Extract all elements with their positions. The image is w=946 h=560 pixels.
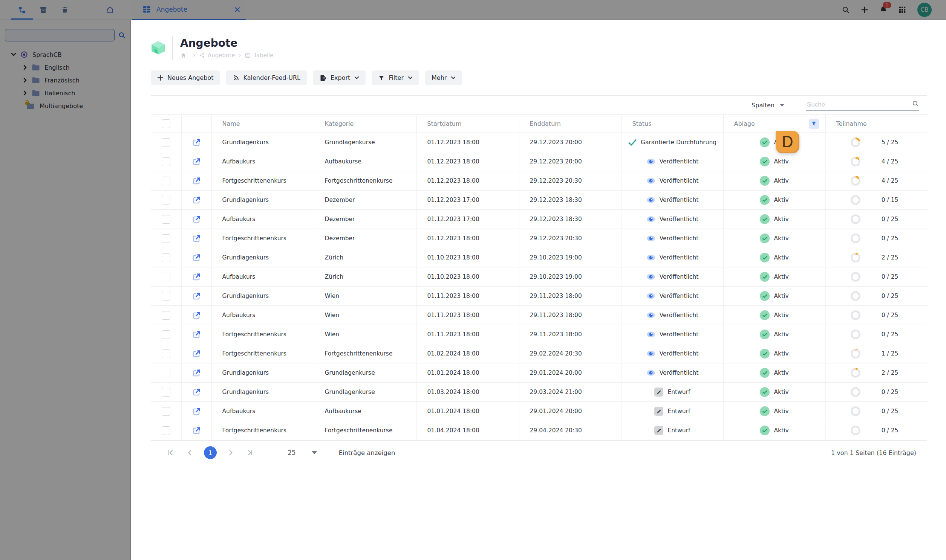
export-button[interactable]: Export	[313, 71, 366, 85]
column-filter-active-icon[interactable]	[809, 118, 819, 129]
previous-page-icon[interactable]	[184, 447, 196, 458]
select-all-checkbox[interactable]	[162, 119, 170, 128]
cell-enddatum: 29.04.2024 20:30	[519, 421, 622, 440]
table-search-icon[interactable]	[912, 100, 919, 109]
tree-item-franzoesisch[interactable]: Französisch	[0, 74, 130, 87]
open-record-icon[interactable]	[192, 292, 201, 300]
new-offer-button[interactable]: Neues Angebot	[151, 71, 220, 85]
chevron-down-icon[interactable]	[11, 53, 17, 57]
open-record-icon[interactable]	[192, 330, 201, 339]
cell-ablage: Aktiv	[723, 268, 826, 286]
column-header-startdatum[interactable]: Startdatum	[417, 115, 519, 133]
row-checkbox[interactable]	[162, 292, 170, 300]
open-record-icon[interactable]	[192, 177, 201, 185]
tree-item-sprachcb[interactable]: SprachCB	[0, 48, 130, 61]
table-search-input[interactable]	[806, 100, 912, 109]
first-page-icon[interactable]	[165, 447, 176, 458]
current-page-button[interactable]: 1	[204, 446, 217, 459]
row-checkbox[interactable]	[162, 157, 170, 166]
open-record-icon[interactable]	[192, 215, 201, 224]
page-size-select[interactable]: 25	[287, 449, 317, 457]
open-record-icon[interactable]	[192, 196, 201, 205]
cell-status: Veröffentlicht	[622, 363, 723, 383]
open-record-icon[interactable]	[192, 273, 201, 281]
row-checkbox[interactable]	[162, 215, 170, 224]
sidebar-search-icon[interactable]	[118, 31, 126, 39]
row-checkbox[interactable]	[162, 273, 170, 281]
row-checkbox[interactable]	[162, 407, 170, 416]
cell-kategorie: Grundlagenkurse	[314, 363, 417, 383]
more-button[interactable]: Mehr	[425, 71, 462, 85]
chevron-right-icon[interactable]	[22, 91, 28, 95]
chevron-right-icon[interactable]	[22, 65, 28, 70]
search-icon[interactable]	[841, 5, 850, 14]
tree-item-italienisch[interactable]: Italienisch	[0, 87, 130, 99]
breadcrumb-home-icon[interactable]	[180, 52, 187, 58]
open-record-icon[interactable]	[192, 311, 201, 320]
open-record-icon[interactable]	[192, 349, 201, 358]
row-checkbox[interactable]	[162, 177, 170, 185]
column-header-ablage[interactable]: Ablage	[723, 115, 826, 133]
avatar[interactable]: CB	[917, 3, 932, 17]
apps-grid-icon[interactable]	[898, 5, 907, 14]
cell-enddatum: 29.10.2023 19:00	[519, 268, 622, 286]
dropdown-triangle-icon	[312, 451, 317, 454]
cell-ablage: Aktiv	[723, 248, 826, 268]
tree-item-multiangebote[interactable]: Multiangebote	[0, 99, 130, 112]
open-record-icon[interactable]	[192, 407, 201, 416]
column-header-enddatum[interactable]: Enddatum	[519, 115, 622, 133]
row-checkbox[interactable]	[162, 388, 170, 397]
calendar-feed-url-button[interactable]: Kalender-Feed-URL	[226, 71, 307, 85]
row-checkbox[interactable]	[162, 254, 170, 262]
cell-startdatum: 01.02.2024 18:00	[417, 344, 519, 363]
trash-icon[interactable]	[60, 5, 69, 14]
add-icon[interactable]	[860, 5, 869, 14]
cell-ablage: Aktiv	[723, 210, 826, 229]
participation-donut	[851, 137, 860, 147]
participation-label: 0 / 25	[881, 331, 903, 338]
tab-label: Angebote	[156, 6, 187, 13]
status-label: Entwurf	[667, 408, 690, 415]
open-record-icon[interactable]	[192, 234, 201, 243]
row-checkbox[interactable]	[162, 330, 170, 339]
draft-pencil-icon	[654, 388, 663, 397]
archive-icon[interactable]	[39, 5, 48, 14]
header-divider	[172, 36, 173, 60]
chevron-right-icon[interactable]	[22, 78, 28, 83]
close-tab-icon[interactable]	[234, 6, 241, 13]
cell-teilnahme: 4 / 25	[826, 152, 927, 171]
open-record-icon[interactable]	[192, 157, 201, 166]
columns-dropdown[interactable]: Spalten	[752, 102, 784, 109]
sidebar-search-input[interactable]	[5, 29, 114, 42]
row-checkbox[interactable]	[162, 426, 170, 435]
app-window: Angebote 1 CB	[0, 0, 946, 560]
tree-item-englisch[interactable]: Englisch	[0, 61, 130, 74]
row-checkbox[interactable]	[162, 234, 170, 243]
last-page-icon[interactable]	[245, 447, 256, 458]
participation-donut	[851, 426, 860, 435]
cell-status: Veröffentlicht	[622, 152, 723, 171]
filter-button[interactable]: Filter	[372, 71, 419, 85]
participation-label: 4 / 25	[881, 177, 903, 184]
column-header-teilnahme[interactable]: Teilnahme	[826, 115, 927, 133]
tab-angebote[interactable]: Angebote	[132, 0, 246, 20]
row-checkbox[interactable]	[162, 349, 170, 358]
tree-view-icon[interactable]	[17, 5, 26, 14]
status-label: Veröffentlicht	[660, 312, 699, 318]
next-page-icon[interactable]	[225, 447, 236, 458]
row-checkbox[interactable]	[162, 138, 170, 147]
notifications-bell-icon[interactable]: 1	[879, 5, 888, 14]
open-record-icon[interactable]	[192, 369, 201, 377]
open-record-icon[interactable]	[192, 254, 201, 262]
column-header-name[interactable]: Name	[211, 115, 314, 133]
open-record-icon[interactable]	[192, 426, 201, 435]
column-header-kategorie[interactable]: Kategorie	[314, 115, 417, 133]
row-checkbox[interactable]	[162, 369, 170, 377]
row-checkbox[interactable]	[162, 196, 170, 205]
row-checkbox[interactable]	[162, 311, 170, 320]
home-icon[interactable]	[105, 5, 114, 14]
column-header-status[interactable]: Status	[622, 115, 723, 133]
open-record-icon[interactable]	[192, 138, 201, 147]
breadcrumb-section[interactable]: Angebote	[208, 52, 235, 59]
open-record-icon[interactable]	[192, 388, 201, 397]
